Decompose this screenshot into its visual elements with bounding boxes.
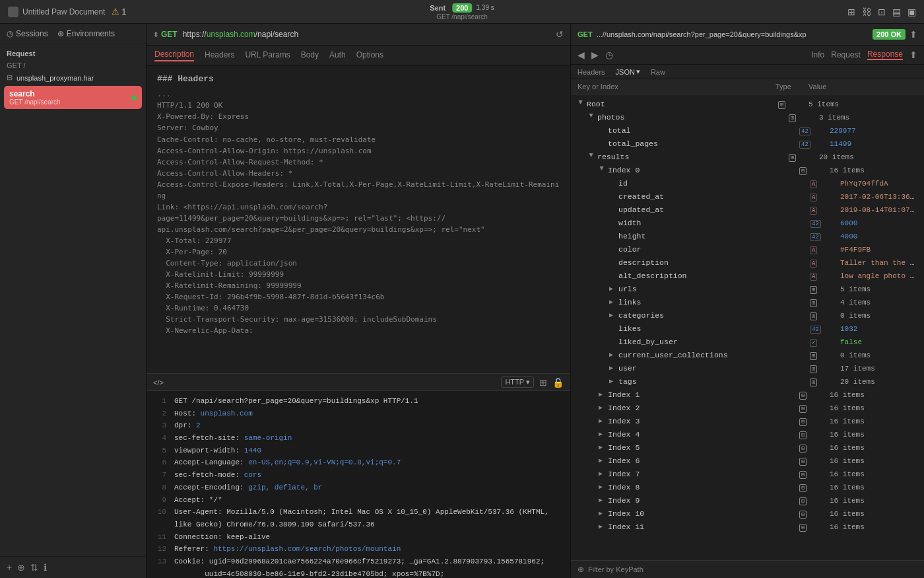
tree-row-results[interactable]: ▶ results ⊞ 20 items	[571, 150, 924, 163]
tree-row-index9[interactable]: ▶ Index 9 ⊞ 16 items	[571, 493, 924, 507]
key-urls: urls	[618, 285, 637, 293]
url-host: unsplash.com	[207, 30, 255, 39]
val-tags: 20 items	[840, 378, 875, 386]
key-photos: photos	[597, 113, 624, 122]
refresh-button[interactable]: ↺	[556, 29, 564, 40]
nav-tab-request[interactable]: Request	[831, 50, 861, 59]
tree-row-index0[interactable]: ▶ Index 0 ⊞ 16 items	[571, 163, 924, 176]
key-id: id	[618, 179, 628, 188]
url-path: /napi/search	[255, 30, 298, 39]
tree-row-photos[interactable]: ▶ photos ⊞ 3 items	[571, 110, 924, 124]
tree-row-total-pages: total_pages 42 11499	[571, 137, 924, 150]
sidebar-selected-item[interactable]: search GET /napi/search	[4, 86, 142, 109]
val-index11: 16 items	[830, 523, 865, 531]
key-index9: Index 9	[608, 496, 640, 505]
tree-row-index3[interactable]: ▶ Index 3 ⊞ 16 items	[571, 414, 924, 427]
type-index6: ⊞	[799, 458, 807, 466]
sort-icon[interactable]: ⇅	[30, 562, 38, 573]
val-index10: 16 items	[830, 510, 865, 518]
code-line: 1 GET /napi/search?per_page=20&query=bui…	[153, 395, 564, 408]
key-index11: Index 11	[608, 523, 644, 531]
json-dropdown-icon: ▾	[636, 67, 640, 76]
alert-count: 1	[121, 7, 126, 17]
tree-row-index1[interactable]: ▶ Index 1 ⊞ 16 items	[571, 388, 924, 401]
headers-title: ### Headers	[157, 74, 560, 84]
info-icon[interactable]: ℹ	[44, 562, 47, 573]
code-line: 10 User-Agent: Mozilla/5.0 (Macintosh; I…	[153, 506, 564, 530]
sub-tab-raw[interactable]: Raw	[651, 68, 665, 76]
link-icon[interactable]: ⛓	[862, 7, 871, 17]
tree-row-user[interactable]: ▶ user ⊞ 17 items	[571, 361, 924, 375]
tree-row-index7[interactable]: ▶ Index 7 ⊞ 16 items	[571, 467, 924, 480]
tab-body[interactable]: Body	[301, 50, 319, 61]
right-nav: ◀ ▶ ◷ Info Request Response ⬆	[571, 46, 924, 65]
key-index10: Index 10	[608, 509, 644, 518]
code-line: 9 Accept: */*	[153, 494, 564, 507]
type-urls: ⊞	[810, 286, 817, 294]
tree-col-headers: Key or Index Type Value	[571, 79, 924, 94]
type-description: A	[810, 260, 817, 268]
panel-right-icon[interactable]: ▣	[908, 7, 916, 17]
key-index3: Index 3	[608, 417, 640, 425]
green-dot-indicator	[131, 95, 137, 100]
add-icon[interactable]: +	[7, 562, 12, 573]
tab-url-params[interactable]: URL Params	[245, 50, 290, 61]
val-index8: 16 items	[830, 484, 865, 491]
sessions-tab[interactable]: ◷ Sessions	[7, 29, 48, 38]
environments-tab[interactable]: ⊕ Environments	[57, 29, 115, 38]
key-created-at: created_at	[618, 192, 664, 201]
request-section-header: Request	[0, 44, 146, 60]
request-tab-bar: Description Headers URL Params Body Auth…	[147, 46, 570, 66]
sub-tab-headers[interactable]: Headers	[578, 68, 605, 76]
layout-icon[interactable]: ⊡	[878, 7, 886, 17]
filter-label[interactable]: Filter by KeyPath	[588, 565, 644, 573]
tree-row-index6[interactable]: ▶ Index 6 ⊞ 16 items	[571, 454, 924, 467]
json-badge[interactable]: JSON ▾	[616, 67, 640, 76]
lock-icon[interactable]: 🔒	[552, 377, 564, 388]
type-user: ⊞	[810, 365, 817, 373]
arrow-total-pages	[599, 140, 605, 147]
tree-row-index10[interactable]: ▶ Index 10 ⊞ 16 items	[571, 507, 924, 520]
list-view-icon[interactable]: ⊞	[847, 7, 855, 17]
file-name: unsplash_proxyman.har	[16, 74, 94, 82]
tree-row-index8[interactable]: ▶ Index 8 ⊞ 16 items	[571, 480, 924, 493]
add-group-icon[interactable]: ⊕	[17, 562, 25, 573]
tree-row-index11[interactable]: ▶ Index 11 ⊞ 16 items	[571, 520, 924, 533]
key-index6: Index 6	[608, 456, 640, 465]
code-format-icon[interactable]: </>	[153, 379, 164, 386]
share-icon[interactable]: ⊞	[539, 377, 547, 388]
nav-tab-response[interactable]: Response	[867, 50, 903, 60]
code-line: 13 Cookie: ugid=96d29968a201cae7566224a7…	[153, 556, 564, 578]
tree-row-index2[interactable]: ▶ Index 2 ⊞ 16 items	[571, 401, 924, 414]
tree-row-tags[interactable]: ▶ tags ⊞ 20 items	[571, 375, 924, 388]
key-user: user	[618, 364, 637, 373]
arrow-user: ▶	[609, 364, 616, 372]
sidebar-file-item[interactable]: ⊟ unsplash_proxyman.har	[0, 71, 146, 85]
type-root: ⊞	[778, 101, 785, 109]
type-index4: ⊞	[799, 431, 807, 439]
tree-row-categories[interactable]: ▶ categories ⊞ 0 items	[571, 308, 924, 322]
nav-tab-info[interactable]: Info	[811, 50, 824, 59]
tree-row-index5[interactable]: ▶ Index 5 ⊞ 16 items	[571, 441, 924, 454]
col-header-type: Type	[776, 83, 791, 90]
tree-row-root[interactable]: ▶ Root ⊞ 5 items	[571, 97, 924, 110]
nav-prev-arrow[interactable]: ◀	[578, 50, 585, 60]
key-root: Root	[587, 100, 605, 108]
tab-description[interactable]: Description	[154, 50, 194, 61]
tab-headers[interactable]: Headers	[205, 50, 234, 61]
tab-options[interactable]: Options	[356, 50, 383, 61]
tree-row-urls[interactable]: ▶ urls ⊞ 5 items	[571, 282, 924, 295]
response-export-icon[interactable]: ⬆	[909, 50, 917, 60]
method-badge: ⇕ GET	[153, 30, 178, 39]
nav-next-arrow[interactable]: ▶	[591, 50, 599, 60]
col-header-value: Value	[808, 83, 826, 90]
tab-auth[interactable]: Auth	[329, 50, 346, 61]
arrow-index11: ▶	[599, 523, 605, 530]
app-icon	[8, 7, 18, 17]
arrow-index6: ▶	[599, 456, 605, 464]
tree-row-index4[interactable]: ▶ Index 4 ⊞ 16 items	[571, 427, 924, 441]
panel-left-icon[interactable]: ▤	[892, 7, 901, 17]
tree-row-cuc[interactable]: ▶ current_user_collections ⊞ 0 items	[571, 348, 924, 361]
tree-row-links[interactable]: ▶ links ⊞ 4 items	[571, 295, 924, 308]
export-icon[interactable]: ⬆	[909, 29, 917, 40]
